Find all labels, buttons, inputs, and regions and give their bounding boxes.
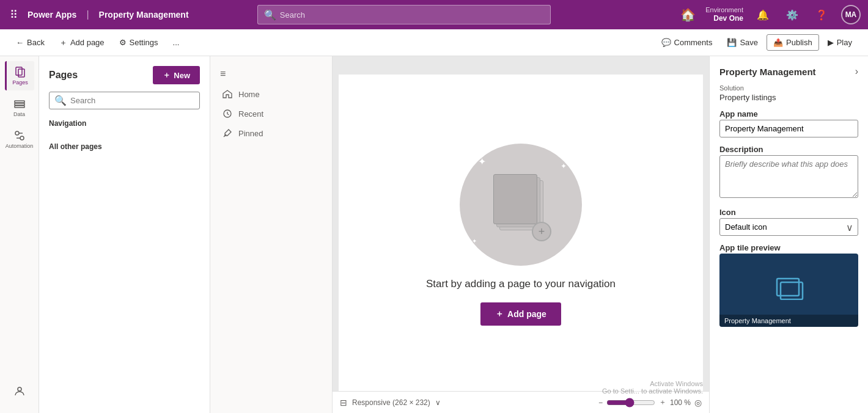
right-panel-header: Property Management › <box>719 66 858 77</box>
nav-item-pinned[interactable]: Pinned <box>210 123 332 143</box>
nav-divider: | <box>86 9 89 20</box>
sidebar-item-data[interactable]: Data <box>5 93 34 122</box>
sidebar-item-automation[interactable]: Automation <box>5 125 34 154</box>
sidebar-item-people[interactable] <box>5 376 34 406</box>
env-label: Environment <box>705 5 743 14</box>
add-page-canvas-button[interactable]: ＋ Add page <box>480 302 561 326</box>
global-search-input[interactable] <box>280 10 544 20</box>
top-nav: ⠿ Power Apps | Property Management 🔍 🏠 E… <box>0 0 868 29</box>
solution-section: Solution Property listings <box>719 84 858 102</box>
empty-state-text: Start by adding a page to your navigatio… <box>426 278 616 290</box>
pages-stack-icon: + <box>493 174 548 235</box>
svg-rect-1 <box>18 69 24 77</box>
sparkle-2: ✦ <box>561 162 567 170</box>
icon-select[interactable]: Default icon Custom icon <box>719 218 858 236</box>
navigation-label: Navigation <box>49 119 200 128</box>
right-panel-chevron[interactable]: › <box>855 66 858 77</box>
project-name: Property Management <box>99 10 189 20</box>
sparkle-3: ✦ <box>472 238 477 244</box>
svg-rect-4 <box>15 106 24 108</box>
app-name: Power Apps <box>28 10 76 20</box>
add-page-button[interactable]: ＋ Add page <box>53 34 111 51</box>
zoom-controls: − ＋ 100 % ◎ <box>598 397 702 408</box>
all-other-pages-label: All other pages <box>49 142 200 151</box>
save-button[interactable]: 💾 Save <box>721 35 764 50</box>
environment-info: Environment Dev One <box>705 5 743 24</box>
pages-search-input[interactable] <box>70 96 194 105</box>
right-panel-title: Property Management <box>719 67 816 77</box>
comments-button[interactable]: 💬 Comments <box>655 35 719 50</box>
help-icon[interactable]: ❓ <box>812 5 831 24</box>
publish-icon: 📤 <box>773 38 783 47</box>
new-page-button[interactable]: ＋ New <box>153 66 200 84</box>
play-button[interactable]: ▶ Play <box>822 35 858 50</box>
new-icon: ＋ <box>163 70 171 81</box>
icon-label: Icon <box>719 208 858 217</box>
canvas-inner: ✦ ✦ ✦ + Start by adding a page to your n… <box>339 75 703 395</box>
env-name: Dev One <box>705 14 743 24</box>
toolbar: ← Back ＋ Add page ⚙ Settings ... 💬 Comme… <box>0 29 868 56</box>
nav-sidebar-toggle[interactable]: ≡ <box>210 64 332 84</box>
svg-point-7 <box>18 387 21 391</box>
search-icon: 🔍 <box>264 9 276 21</box>
svg-point-6 <box>20 136 24 140</box>
description-label: Description <box>719 145 858 154</box>
play-icon: ▶ <box>828 38 834 47</box>
sidebar-item-pages[interactable]: Pages <box>5 61 34 90</box>
zoom-out-icon[interactable]: − <box>598 398 603 407</box>
app-name-input[interactable] <box>719 120 858 137</box>
layout-icon: ⊟ <box>340 398 347 408</box>
add-page-canvas-icon: ＋ <box>495 309 504 320</box>
tile-icon <box>774 276 804 305</box>
sidebar-data-label: Data <box>13 111 25 117</box>
settings-gear-icon: ⚙ <box>119 38 127 47</box>
settings-button[interactable]: ⚙ Settings <box>113 35 164 50</box>
add-circle-icon: + <box>532 222 551 241</box>
icon-section: Icon Default icon Custom icon ∨ <box>719 208 858 236</box>
canvas-area: ✦ ✦ ✦ + Start by adding a page to your n… <box>333 56 709 413</box>
top-nav-right: 🏠 Environment Dev One 🔔 ⚙️ ❓ MA <box>680 5 861 24</box>
left-sidebar: Pages Data Automation <box>0 56 39 413</box>
publish-button[interactable]: 📤 Publish <box>767 34 819 51</box>
app-name-label: App name <box>719 109 858 119</box>
solution-label: Solution <box>719 84 858 92</box>
sparkle-1: ✦ <box>478 156 486 167</box>
zoom-in-icon[interactable]: ＋ <box>659 397 666 408</box>
back-icon: ← <box>16 38 24 47</box>
settings-icon[interactable]: ⚙️ <box>782 5 802 24</box>
empty-icon-circle: ✦ ✦ ✦ + <box>460 144 582 266</box>
global-search[interactable]: 🔍 <box>257 5 551 24</box>
description-section: Description <box>719 145 858 200</box>
tile-name: Property Management <box>719 315 858 327</box>
svg-rect-0 <box>16 67 22 75</box>
pages-panel-header: Pages ＋ New <box>49 66 200 84</box>
app-tile-preview-label: App tile preview <box>719 243 858 252</box>
page-card-1 <box>493 174 537 224</box>
icon-select-wrap: Default icon Custom icon ∨ <box>719 218 858 236</box>
app-tile-preview-section: App tile preview Property Management <box>719 243 858 327</box>
waffle-icon[interactable]: ⠿ <box>7 5 20 24</box>
toolbar-right: 💬 Comments 💾 Save 📤 Publish ▶ Play <box>655 34 858 51</box>
avatar[interactable]: MA <box>841 5 861 24</box>
pages-search-icon: 🔍 <box>54 95 67 106</box>
more-button[interactable]: ... <box>167 35 186 50</box>
sidebar-bottom <box>5 376 34 413</box>
notification-icon[interactable]: 🔔 <box>753 5 773 24</box>
zoom-slider[interactable] <box>606 398 655 408</box>
add-page-icon: ＋ <box>59 37 67 48</box>
app-tile-preview: Property Management <box>719 254 858 327</box>
nav-item-recent[interactable]: Recent <box>210 104 332 123</box>
svg-point-5 <box>15 131 19 135</box>
environment-icon: 🏠 <box>680 7 696 22</box>
nav-item-home[interactable]: Home <box>210 84 332 104</box>
description-input[interactable] <box>719 155 858 198</box>
responsive-chevron[interactable]: ∨ <box>435 398 441 407</box>
responsive-label: Responsive (262 × 232) <box>352 398 430 407</box>
zoom-extra-icon: ◎ <box>694 398 702 408</box>
pages-search-wrap[interactable]: 🔍 <box>49 92 200 109</box>
bottom-bar: ⊟ Responsive (262 × 232) ∨ − ＋ 100 % ◎ <box>333 391 709 413</box>
sidebar-pages-label: Pages <box>12 79 28 86</box>
pages-title: Pages <box>49 70 78 81</box>
back-button[interactable]: ← Back <box>10 35 51 50</box>
sidebar-automation-label: Automation <box>6 143 34 149</box>
